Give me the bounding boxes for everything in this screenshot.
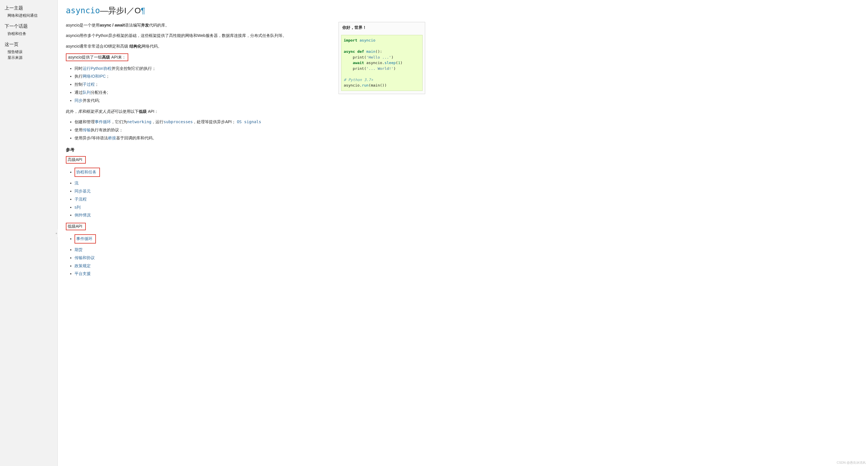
link-run-coroutines[interactable]: 运行Python协程 xyxy=(83,66,112,71)
link-os-signals[interactable]: OS signals xyxy=(237,120,261,124)
sidebar-prev-heading: 上一主题 xyxy=(5,5,53,11)
main-content: asyncio—异步I／O¶ 你好，世界！ import asyncio asy… xyxy=(58,0,433,466)
sidebar-prev-topic: 上一主题 网络和进程间通信 xyxy=(5,5,53,18)
watermark: CSDN @愚良诉清风 xyxy=(837,461,866,465)
link-subprocess[interactable]: 子过程 xyxy=(83,82,95,87)
sidebar-next-link[interactable]: 协程和任务 xyxy=(7,31,53,36)
list-item: 使用传输执行有效的协议； xyxy=(74,127,425,134)
sidebar-thispage-heading: 这一页 xyxy=(5,41,53,47)
list-item: 期货 xyxy=(74,246,425,253)
link-bridge[interactable]: 桥接 xyxy=(108,136,116,140)
list-item: 同步基元 xyxy=(74,188,425,195)
link-subprocesses[interactable]: subprocesses xyxy=(163,120,193,124)
hello-world-box: 你好，世界！ import asyncio async def main(): … xyxy=(339,22,425,94)
list-item: 传输和协议 xyxy=(74,255,425,261)
sidebar: 上一主题 网络和进程间通信 下一个话题 协程和任务 这一页 报告错误 显示来源 … xyxy=(0,0,58,466)
title-suffix: —异步I／O xyxy=(100,6,141,15)
link-policies[interactable]: 政策规定 xyxy=(74,263,91,268)
link-network-io[interactable]: 网络IO和IPC xyxy=(83,74,106,78)
link-exceptions[interactable]: 例外情况 xyxy=(74,213,91,217)
list-item: 创建和管理事件循环，它们为networking，运行subprocesses，处… xyxy=(74,119,425,126)
link-streams[interactable]: 流 xyxy=(74,180,79,185)
link-queues[interactable]: 队列 xyxy=(83,90,91,95)
list-item: 例外情况 xyxy=(74,212,425,219)
title-permalink-icon[interactable]: ¶ xyxy=(141,6,145,15)
link-futures[interactable]: 期货 xyxy=(74,247,83,252)
list-item: 平台支援 xyxy=(74,270,425,277)
code-example: import asyncio async def main(): print('… xyxy=(341,35,423,91)
list-item: 流 xyxy=(74,180,425,187)
title-module-name: asyncio xyxy=(66,6,100,15)
link-sync[interactable]: 同步 xyxy=(74,98,83,103)
sidebar-this-page: 这一页 报告错误 显示来源 xyxy=(5,41,53,60)
page-title: asyncio—异步I／O¶ xyxy=(66,5,425,16)
list-item: 使用异步/等待语法桥接基于回调的库和代码。 xyxy=(74,135,425,142)
high-level-api-heading: 高级API xyxy=(66,156,425,165)
list-item: 政策规定 xyxy=(74,263,425,269)
low-level-api-list: 事件循环 期货 传输和协议 政策规定 平台支援 xyxy=(74,234,425,277)
link-networking[interactable]: networking xyxy=(127,120,151,124)
low-level-list: 创建和管理事件循环，它们为networking，运行subprocesses，处… xyxy=(74,119,425,141)
link-transports[interactable]: 传输 xyxy=(83,128,91,132)
low-level-api-heading: 低级API xyxy=(66,223,425,232)
sidebar-collapse-handle[interactable]: « xyxy=(55,229,58,237)
sidebar-next-heading: 下一个话题 xyxy=(5,23,53,29)
list-item: s列 xyxy=(74,204,425,211)
link-subprocess-ref[interactable]: 子流程 xyxy=(74,197,87,201)
list-item: 子流程 xyxy=(74,196,425,203)
sidebar-report-bug[interactable]: 报告错误 xyxy=(7,49,53,55)
sidebar-show-source[interactable]: 显示来源 xyxy=(7,55,53,60)
link-transports-protocols[interactable]: 传输和协议 xyxy=(74,255,95,260)
link-event-loops[interactable]: 事件循环 xyxy=(95,120,111,124)
reference-heading: 参考 xyxy=(66,147,425,153)
low-level-intro: 此外，库和框架开发人员还可以使用以下低级 API： xyxy=(66,108,425,114)
hello-world-heading: 你好，世界！ xyxy=(339,22,425,33)
sidebar-next-topic: 下一个话题 协程和任务 xyxy=(5,23,53,36)
list-item: 事件循环 xyxy=(74,234,425,245)
link-event-loop-ref[interactable]: 事件循环 xyxy=(76,236,92,241)
list-item: 同步并发代码; xyxy=(74,97,425,104)
link-coroutines-tasks[interactable]: 协程和任务 xyxy=(76,170,96,174)
high-level-api-list: 协程和任务 流 同步基元 子流程 s列 例外情况 xyxy=(74,168,425,219)
link-queues-ref[interactable]: s列 xyxy=(74,205,81,209)
sidebar-prev-link[interactable]: 网络和进程间通信 xyxy=(7,13,53,18)
link-sync-primitives[interactable]: 同步基元 xyxy=(74,189,91,193)
list-item: 协程和任务 xyxy=(74,168,425,178)
link-platform-support[interactable]: 平台支援 xyxy=(74,271,91,276)
